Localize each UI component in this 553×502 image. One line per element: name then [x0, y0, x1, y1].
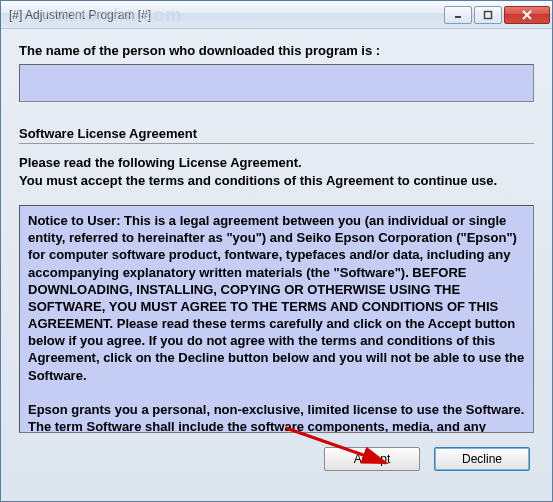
- button-row: Accept Decline: [19, 447, 534, 471]
- maximize-button[interactable]: [474, 6, 502, 24]
- dialog-window: [#] Adjustment Program [#] www.xsha.com …: [0, 0, 553, 502]
- svg-rect-1: [485, 11, 492, 18]
- accept-button[interactable]: Accept: [324, 447, 420, 471]
- license-paragraph-2: Epson grants you a personal, non-exclusi…: [28, 401, 529, 433]
- license-heading: Software License Agreement: [19, 126, 534, 144]
- window-title: [#] Adjustment Program [#]: [9, 8, 442, 22]
- dialog-content: The name of the person who downloaded th…: [1, 29, 552, 483]
- decline-button[interactable]: Decline: [434, 447, 530, 471]
- license-text-box[interactable]: Notice to User: This is a legal agreemen…: [19, 205, 534, 433]
- titlebar: [#] Adjustment Program [#]: [1, 1, 552, 29]
- minimize-icon: [453, 10, 463, 20]
- name-input[interactable]: [19, 64, 534, 102]
- instruction-line-1: Please read the following License Agreem…: [19, 155, 302, 170]
- instruction-line-2: You must accept the terms and conditions…: [19, 173, 497, 188]
- maximize-icon: [483, 10, 493, 20]
- minimize-button[interactable]: [444, 6, 472, 24]
- close-button[interactable]: [504, 6, 550, 24]
- license-paragraph-1: Notice to User: This is a legal agreemen…: [28, 212, 529, 384]
- instruction-text: Please read the following License Agreem…: [19, 154, 534, 189]
- name-prompt-label: The name of the person who downloaded th…: [19, 43, 534, 58]
- close-icon: [521, 9, 533, 21]
